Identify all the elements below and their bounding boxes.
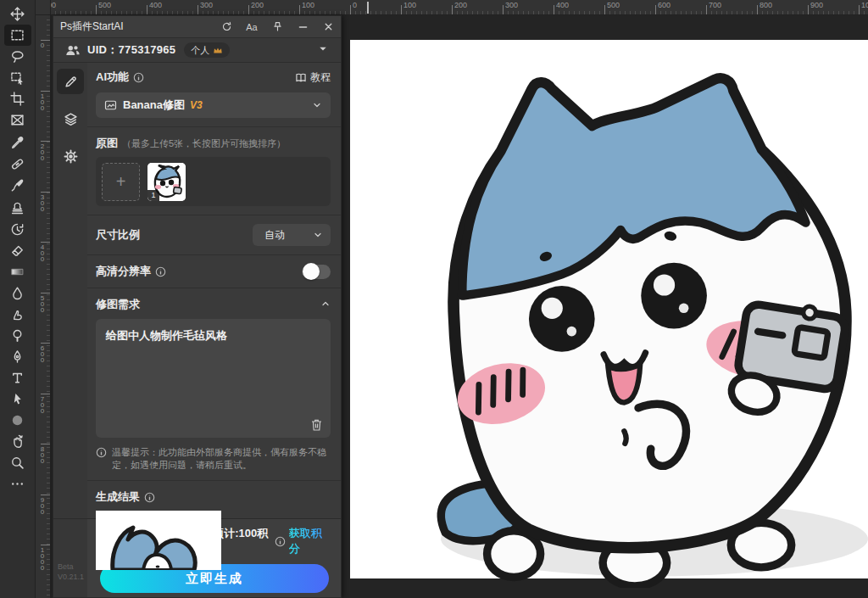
refresh-icon[interactable] xyxy=(220,21,232,33)
ruler-label: 0 xyxy=(353,1,357,9)
ellipse-tool-icon xyxy=(10,413,25,428)
uploaded-image-thumbnail[interactable]: 1 xyxy=(147,163,186,201)
smudge-tool[interactable] xyxy=(4,304,31,325)
ruler-label: 100 xyxy=(39,93,46,111)
blur-tool-icon xyxy=(10,286,25,300)
book-icon xyxy=(295,72,307,83)
ruler-label: 600 xyxy=(658,1,670,9)
lasso-tool[interactable] xyxy=(4,46,31,67)
edit-toolbar-ellipsis[interactable] xyxy=(4,473,31,495)
collapse-chevron[interactable] xyxy=(320,297,331,312)
layers-icon xyxy=(64,112,78,126)
gradient-tool[interactable] xyxy=(4,261,31,282)
pin-icon[interactable] xyxy=(271,21,283,33)
brush-tool[interactable] xyxy=(4,175,31,196)
ruler-label: 500 xyxy=(607,1,620,9)
hd-label: 高清分辨率 xyxy=(96,264,166,279)
ruler-label: 10 xyxy=(861,1,868,9)
close-icon[interactable] xyxy=(322,21,334,33)
account-badge[interactable]: 个人 xyxy=(184,42,230,58)
ellipse-tool[interactable] xyxy=(4,410,31,431)
zoom-tool[interactable] xyxy=(4,452,31,473)
healing-brush-tool[interactable] xyxy=(4,154,31,175)
source-hint: （最多上传5张，长按图片可拖拽排序） xyxy=(122,137,286,150)
rail-layers-tab[interactable] xyxy=(57,106,84,131)
path-selection-tool[interactable] xyxy=(4,388,31,410)
crop-tool[interactable] xyxy=(4,88,31,109)
ruler-label: 100 xyxy=(302,1,314,9)
felt-cat-artwork xyxy=(382,53,868,588)
rail-settings-tab[interactable] xyxy=(57,143,84,169)
beta-version: BetaV0.21.1 xyxy=(58,562,84,582)
frame-tool-icon xyxy=(10,113,25,127)
eraser-tool[interactable] xyxy=(4,240,31,261)
info-icon xyxy=(96,447,107,458)
move-tool-icon xyxy=(10,7,25,21)
ruler-corner xyxy=(36,0,51,15)
crown-icon xyxy=(213,46,223,54)
plugin-titlebar[interactable]: Ps插件StartAI Aa xyxy=(53,16,341,38)
gradient-tool-icon xyxy=(10,265,25,279)
object-selection-tool[interactable] xyxy=(4,67,31,88)
trash-icon[interactable] xyxy=(310,418,323,432)
ruler-label: 400 xyxy=(556,1,569,9)
ratio-label: 尺寸比例 xyxy=(96,227,140,243)
chevron-down-icon xyxy=(312,100,322,110)
ruler-label: 0 xyxy=(39,42,46,48)
pen-tool[interactable] xyxy=(4,346,31,367)
ruler-label: 200 xyxy=(454,1,467,9)
object-selection-tool-icon xyxy=(10,70,25,85)
ruler-cursor-marker xyxy=(367,2,369,14)
healing-brush-tool-icon xyxy=(10,157,25,171)
model-name: Banana修图 xyxy=(123,98,185,113)
frame-tool[interactable] xyxy=(4,109,31,131)
info-icon[interactable] xyxy=(155,266,166,277)
type-tool[interactable] xyxy=(4,367,31,388)
ruler-label: 100 xyxy=(403,1,416,9)
hand-tool[interactable] xyxy=(4,431,31,452)
ruler-label: 500 xyxy=(98,1,111,9)
zoom-tool-icon xyxy=(10,455,25,470)
history-brush-tool[interactable] xyxy=(4,219,31,240)
info-icon[interactable] xyxy=(275,536,286,547)
ruler-label: 300 xyxy=(505,1,518,9)
info-icon[interactable] xyxy=(144,492,155,503)
eyedropper-tool[interactable] xyxy=(4,132,31,154)
photo-edit-icon xyxy=(104,99,117,111)
rail-edit-tab[interactable] xyxy=(57,69,84,94)
get-points-link[interactable]: 获取积分 xyxy=(289,526,329,556)
type-tool-icon xyxy=(10,371,25,385)
marquee-tool[interactable] xyxy=(4,25,31,46)
account-row[interactable]: UID：775317965 个人 xyxy=(53,38,341,63)
ai-section-label: AI功能 xyxy=(96,70,144,85)
ruler-label: 500 xyxy=(39,295,46,313)
hand-tool-icon xyxy=(10,434,25,449)
plugin-title: Ps插件StartAI xyxy=(60,20,124,34)
pen-tool-icon xyxy=(10,349,25,364)
prompt-input[interactable]: 给图中人物制作毛毡风格 xyxy=(96,319,331,414)
ruler-label: 200 xyxy=(39,143,46,161)
pencil-icon xyxy=(64,75,78,89)
service-notice: 温馨提示：此功能由外部服务商提供，偶有服务不稳定，如遇使用问题，请稍后重试。 xyxy=(96,446,331,472)
tutorial-link[interactable]: 教程 xyxy=(295,70,331,85)
result-thumbnail[interactable] xyxy=(96,511,221,570)
clone-stamp-tool[interactable] xyxy=(4,198,31,219)
text-size-icon[interactable]: Aa xyxy=(246,21,258,33)
add-image-button[interactable]: + xyxy=(102,163,140,201)
dodge-tool[interactable] xyxy=(4,325,31,346)
account-expand-chevron[interactable] xyxy=(315,42,331,59)
info-icon[interactable] xyxy=(133,72,144,83)
model-version: V3 xyxy=(190,99,203,111)
minimize-icon[interactable] xyxy=(297,21,309,33)
document-canvas[interactable] xyxy=(350,40,868,578)
ruler-label: 300 xyxy=(200,1,213,9)
ruler-label: 900 xyxy=(39,497,46,515)
ratio-dropdown[interactable]: 自动 xyxy=(253,224,331,246)
move-tool[interactable] xyxy=(4,3,31,25)
hd-toggle[interactable] xyxy=(302,265,331,279)
model-dropdown[interactable]: Banana修图 V3 xyxy=(96,92,331,118)
path-selection-tool-icon xyxy=(10,392,25,406)
ruler-label: 400 xyxy=(39,244,46,262)
ps-toolbar xyxy=(0,0,36,598)
blur-tool[interactable] xyxy=(4,282,31,304)
